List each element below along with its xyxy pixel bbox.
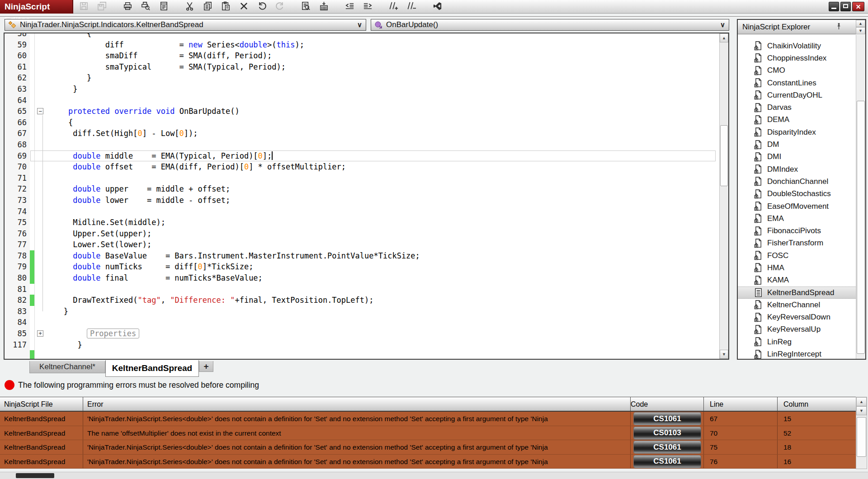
editor-vertical-scrollbar[interactable]: ▲ ▼ [719, 33, 728, 359]
code-line-74[interactable]: 74 [5, 206, 719, 217]
explorer-item-dm[interactable]: DM [738, 138, 856, 150]
explorer-item-disparityindex[interactable]: DisparityIndex [738, 126, 856, 138]
method-selector-dropdown[interactable]: OnBarUpdate() ∨ [371, 19, 729, 31]
code-line-64[interactable]: 64 [5, 95, 719, 106]
explorer-item-hma[interactable]: HMA [738, 262, 856, 274]
find-button[interactable] [300, 1, 312, 13]
scroll-down-button[interactable]: ▼ [856, 406, 867, 415]
pin-button[interactable] [834, 22, 844, 32]
close-button[interactable]: ✕ [852, 2, 864, 11]
scroll-up-button[interactable]: ▲ [856, 397, 867, 406]
error-row[interactable]: KeltnerBandSpread'NinjaTrader.NinjaScrip… [0, 455, 856, 469]
compile-button[interactable] [318, 1, 330, 13]
comment-selection-button[interactable] [387, 1, 400, 13]
explorer-item-doublestochastics[interactable]: DoubleStochastics [738, 188, 856, 200]
explorer-vertical-scrollbar[interactable] [856, 35, 865, 359]
print-button[interactable] [122, 1, 134, 13]
paste-button[interactable] [220, 1, 232, 13]
code-line-68[interactable]: 68 [5, 139, 719, 150]
code-line-84[interactable]: 84 [5, 317, 719, 328]
expand-region-icon[interactable]: + [37, 330, 43, 337]
print-preview-button[interactable] [140, 1, 152, 13]
explorer-item-dmindex[interactable]: DMIndex [738, 163, 856, 175]
explorer-item-kama[interactable]: KAMA [738, 274, 856, 286]
tab-keltnerchannel[interactable]: KeltnerChannel* [29, 361, 105, 373]
explorer-item-linregintercept[interactable]: LinRegIntercept [738, 348, 856, 359]
indent-button[interactable] [362, 1, 374, 13]
minimize-button[interactable] [829, 2, 839, 11]
code-line-65[interactable]: 65− protected override void OnBarUpdate(… [5, 106, 719, 117]
explorer-item-keyreversaldown[interactable]: KeyReversalDown [738, 311, 856, 324]
code-line-69[interactable]: 69 double middle = EMA(Typical, Period)[… [5, 150, 719, 162]
column-header-error[interactable]: Error [83, 397, 631, 411]
scrollbar-thumb[interactable] [720, 125, 728, 186]
new-tab-button[interactable]: + [199, 361, 213, 372]
code-line-83[interactable]: 83 } [5, 306, 719, 317]
save-button[interactable] [78, 1, 90, 13]
save-all-button[interactable] [96, 1, 108, 13]
code-line-76[interactable]: 76 Upper.Set(upper); [5, 228, 719, 240]
code-line-75[interactable]: 75 Midline.Set(middle); [5, 217, 719, 228]
explorer-item-easeofmovement[interactable]: EaseOfMovement [738, 200, 856, 212]
collapse-region-icon[interactable]: − [37, 108, 43, 114]
code-area[interactable]: 58 {59 diff = new Series<double>(this);6… [5, 33, 719, 359]
code-line-78[interactable]: 78 double BaseValue = Bars.Instrument.Ma… [5, 250, 719, 262]
explorer-item-fibonaccipivots[interactable]: FibonacciPivots [738, 225, 856, 237]
explorer-item-keltnerchannel[interactable]: KeltnerChannel [738, 299, 856, 311]
explorer-item-chaikinvolatility[interactable]: ChaikinVolatility [738, 40, 856, 52]
explorer-scroll-up-button[interactable]: ▲ [856, 20, 865, 27]
explorer-item-keltnerbandspread[interactable]: KeltnerBandSpread [738, 286, 856, 299]
code-line-79[interactable]: 79 double numTicks = diff[0]*TickSize; [5, 261, 719, 272]
outdent-button[interactable] [344, 1, 356, 13]
error-row[interactable]: KeltnerBandSpread'NinjaTrader.NinjaScrip… [0, 412, 856, 426]
uncomment-selection-button[interactable] [406, 1, 418, 13]
tab-keltnerbandspread[interactable]: KeltnerBandSpread [105, 360, 199, 377]
explorer-item-fishertransform[interactable]: FisherTransform [738, 237, 856, 249]
scrollbar-thumb[interactable] [857, 417, 866, 457]
explorer-item-currentdayohl[interactable]: CurrentDayOHL [738, 89, 856, 101]
explorer-item-ema[interactable]: EMA [738, 212, 856, 225]
code-line-80[interactable]: 80 double final = numTicks*BaseValue; [5, 272, 719, 284]
code-line-117[interactable]: 117 } [5, 339, 719, 351]
delete-button[interactable] [238, 1, 250, 13]
error-row[interactable]: KeltnerBandSpreadThe name 'offsetMultipl… [0, 426, 856, 441]
page-setup-button[interactable] [158, 1, 170, 13]
code-line-59[interactable]: 59 diff = new Series<double>(this); [5, 39, 719, 51]
explorer-item-dema[interactable]: DEMA [738, 114, 856, 126]
explorer-item-linreg[interactable]: LinReg [738, 336, 856, 348]
code-line-82[interactable]: 82 DrawTextFixed("tag", "Difference: "+f… [5, 295, 719, 306]
explorer-item-dmi[interactable]: DMI [738, 151, 856, 163]
code-line-60[interactable]: 60 smaDiff = SMA(diff, Period); [5, 50, 719, 61]
copy-button[interactable] [202, 1, 214, 13]
code-line-77[interactable]: 77 Lower.Set(lower); [5, 239, 719, 250]
code-line-73[interactable]: 73 double lower = middle - offset; [5, 195, 719, 206]
code-line-72[interactable]: 72 double upper = middle + offset; [5, 183, 719, 195]
code-line-81[interactable]: 81 [5, 284, 719, 295]
scrollbar-thumb[interactable] [857, 101, 865, 354]
scroll-down-button[interactable]: ▼ [720, 350, 728, 359]
column-header-code[interactable]: Code [631, 397, 704, 411]
maximize-button[interactable] [840, 2, 851, 11]
code-line-71[interactable]: 71 [5, 173, 719, 184]
scroll-up-button[interactable]: ▲ [720, 33, 728, 42]
open-visual-studio-button[interactable] [431, 1, 443, 13]
column-header-line[interactable]: Line [704, 397, 778, 411]
code-line-67[interactable]: 67 diff.Set(High[0] - Low[0]); [5, 128, 719, 139]
code-line-62[interactable]: 62 } [5, 72, 719, 84]
code-line-58[interactable]: 58 { [5, 33, 719, 39]
explorer-item-choppinessindex[interactable]: ChoppinessIndex [738, 52, 856, 64]
error-row[interactable]: KeltnerBandSpread'NinjaTrader.NinjaScrip… [0, 440, 856, 455]
explorer-item-keyreversalup[interactable]: KeyReversalUp [738, 324, 856, 336]
horizontal-scrollbar[interactable] [0, 472, 868, 479]
code-line-85[interactable]: 85+ Properties [5, 328, 719, 339]
undo-button[interactable] [256, 1, 268, 13]
code-line-63[interactable]: 63 } [5, 84, 719, 95]
code-line-70[interactable]: 70 double offset = EMA(diff, Period)[0] … [5, 161, 719, 173]
explorer-item-donchianchannel[interactable]: DonchianChannel [738, 175, 856, 188]
redo-button[interactable] [274, 1, 286, 13]
explorer-item-fosc[interactable]: FOSC [738, 249, 856, 262]
cut-button[interactable] [184, 1, 196, 13]
scrollbar-thumb[interactable] [16, 473, 54, 478]
type-selector-dropdown[interactable]: NinjaTrader.NinjaScript.Indicators.Keltn… [5, 19, 366, 31]
error-table-scrollbar[interactable]: ▲ ▼ [856, 397, 867, 469]
